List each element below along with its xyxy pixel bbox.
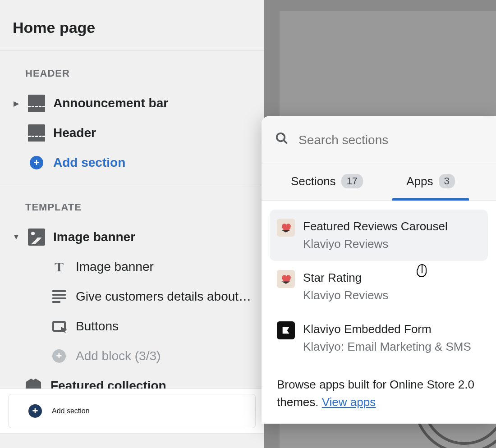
section-icon [28,95,45,112]
svg-line-14 [284,140,287,143]
svg-point-13 [277,133,285,142]
klaviyo-flag-icon [277,321,295,339]
search-bar[interactable] [262,116,496,164]
app-title: Star Rating [303,270,388,286]
tab-count: 17 [341,174,363,188]
paragraph-icon [51,288,68,305]
klaviyo-reviews-icon [277,270,295,288]
tab-apps[interactable]: Apps 3 [379,164,482,200]
app-title: Klaviyo Embedded Form [303,321,471,337]
label: Image banner [76,260,154,274]
sidebar-item-image-banner[interactable]: ▼ Image banner [0,222,264,252]
sidebar-item-header[interactable]: ▶ Header [0,118,264,148]
button-icon [51,318,68,335]
group-label-template: TEMPLATE [0,184,264,222]
label: Add section [53,155,125,170]
cursor-pointer-icon [416,264,429,282]
app-subtitle: Klaviyo: Email Marketing & SMS [303,339,471,355]
theme-editor-sidebar: Home page HEADER ▶ Announcement bar ▶ He… [0,0,264,448]
chevron-down-icon: ▼ [13,233,20,241]
label: Add block (3/3) [76,349,161,363]
apps-list: Featured Reviews Carousel Klaviyo Review… [262,201,496,370]
label: Announcement bar [53,96,168,110]
klaviyo-reviews-icon [277,219,295,237]
tab-label: Sections [291,174,336,188]
picker-tabs: Sections 17 Apps 3 [262,164,496,201]
plus-icon: + [51,347,68,365]
chevron-right-icon: ▶ [13,99,20,108]
plus-icon: + [28,154,45,171]
image-icon [28,229,45,246]
add-section-header[interactable]: ▶ + Add section [0,148,264,178]
section-icon [28,124,45,142]
app-subtitle: Klaviyo Reviews [303,288,388,303]
label: Image banner [53,230,135,244]
label: Add section [52,407,90,415]
text-icon: T [51,258,68,275]
tab-count: 3 [439,174,455,188]
block-image-banner[interactable]: T Image banner [0,252,264,282]
app-subtitle: Klaviyo Reviews [303,236,448,252]
group-label-header: HEADER [0,50,264,88]
section-picker-popup: Sections 17 Apps 3 Featured Reviews Caro… [262,116,496,424]
app-item-featured-reviews[interactable]: Featured Reviews Carousel Klaviyo Review… [270,210,488,261]
label: Buttons [76,319,119,334]
add-section-template[interactable]: + Add section [8,394,256,428]
search-input[interactable] [299,133,482,147]
label: Header [53,126,96,140]
block-paragraph[interactable]: Give customers details about… [0,282,264,311]
add-section-active-band: + Add section [0,389,264,434]
sidebar-item-announcement-bar[interactable]: ▶ Announcement bar [0,88,264,118]
view-apps-link[interactable]: View apps [322,395,376,409]
page-title: Home page [0,0,264,50]
browse-apps-text: Browse apps built for Online Store 2.0 t… [262,370,496,424]
label: Give customers details about… [76,289,251,304]
plus-icon: + [27,402,44,420]
search-icon [275,132,289,148]
app-title: Featured Reviews Carousel [303,219,448,234]
block-buttons[interactable]: Buttons [0,311,264,341]
tab-label: Apps [406,174,433,188]
app-item-embedded-form[interactable]: Klaviyo Embedded Form Klaviyo: Email Mar… [270,312,488,364]
tab-sections[interactable]: Sections 17 [275,164,379,200]
app-item-star-rating[interactable]: Star Rating Klaviyo Reviews [270,261,488,312]
add-block-disabled: + Add block (3/3) [0,341,264,371]
